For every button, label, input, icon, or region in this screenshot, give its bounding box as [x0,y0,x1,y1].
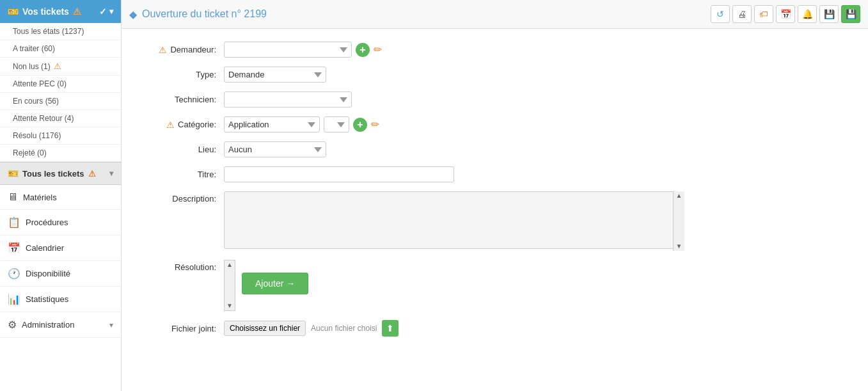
resolution-label: Résolution: [141,260,224,272]
categorie-select-sub[interactable] [324,116,349,132]
chevron-icon: ▾ [109,7,113,16]
ticket-title-icon: ◆ [129,8,137,20]
sidebar-item-administration[interactable]: ⚙ Administration ▾ [0,312,121,338]
sidebar-item-calendrier[interactable]: 📅 Calendrier [0,235,121,261]
toolbar: ◆ Ouverture du ticket n° 2199 ↺ 🖨 🏷 📅 🔔 … [122,0,868,29]
disponibilite-icon: 🕐 [8,267,20,280]
tous-tickets-chevron-icon: ▾ [109,169,113,178]
toolbar-actions: ↺ 🖨 🏷 📅 🔔 💾 💾 [711,5,860,23]
sidebar-item-rejete[interactable]: Rejeté (0) [0,145,121,162]
administration-icon: ⚙ [8,319,17,331]
demandeur-label: ⚠ Demandeur: [141,45,224,55]
technicien-controls [224,92,352,108]
description-label: Description: [141,191,224,203]
non-lus-warning-icon: ⚠ [54,61,61,71]
type-row: Type: Demande Incident Problème [141,67,849,83]
check-icon: ✓ [99,6,107,17]
technicien-row: Technicien: [141,92,849,108]
sidebar-item-attente-retour[interactable]: Attente Retour (4) [0,110,121,127]
back-button[interactable]: ↺ [711,5,730,23]
sidebar-vos-tickets-header[interactable]: 🎫 Vos tickets ⚠ ✓ ▾ [0,0,121,23]
ticket-header-icon: 🎫 [8,6,19,17]
type-label: Type: [141,70,224,79]
tag-button[interactable]: 🏷 [754,5,773,23]
technicien-select[interactable] [224,92,352,108]
type-select[interactable]: Demande Incident Problème [224,67,326,83]
sidebar-item-non-lus[interactable]: Non lus (1) ⚠ [0,58,121,76]
categorie-warning-icon: ⚠ [166,120,175,130]
fichier-joint-label: Fichier joint: [141,324,224,333]
scroll-down-btn[interactable]: ▼ [676,243,683,250]
lieu-label: Lieu: [141,145,224,154]
sidebar-sub-items: Tous les états (1237) A traiter (60) Non… [0,23,121,162]
sidebar-item-resolu[interactable]: Résolu (1176) [0,127,121,145]
categorie-edit-icon[interactable]: ✏ [371,118,379,131]
tous-tickets-warning-icon: ⚠ [88,169,96,179]
demandeur-select[interactable] [224,42,352,58]
demandeur-controls: + ✏ [224,42,382,58]
sidebar-item-tous-les-etats[interactable]: Tous les états (1237) [0,23,121,40]
sidebar-item-attente-pec[interactable]: Attente PEC (0) [0,76,121,93]
sidebar-header-label: Vos tickets [22,6,69,17]
demandeur-row: ⚠ Demandeur: + ✏ [141,42,849,58]
main-content: ◆ Ouverture du ticket n° 2199 ↺ 🖨 🏷 📅 🔔 … [122,0,868,391]
file-input-area: Choisissez un fichier Aucun fichier choi… [224,320,398,337]
print-button[interactable]: 🖨 [732,5,752,23]
save-button[interactable]: 💾 [819,5,839,23]
resolution-scrollbar-box: ▲ ▼ [224,260,235,311]
categorie-row: ⚠ Catégorie: Application + ✏ [141,116,849,132]
demandeur-add-button[interactable]: + [356,43,370,57]
procedures-icon: 📋 [8,216,20,228]
bell-button[interactable]: 🔔 [798,5,817,23]
sidebar-item-procedures[interactable]: 📋 Procédures [0,210,121,235]
titre-label: Titre: [141,170,224,179]
administration-chevron-icon: ▾ [109,321,113,330]
resolution-scroll-up-btn[interactable]: ▲ [226,262,233,268]
description-textarea[interactable] [224,191,684,249]
categorie-select-main[interactable]: Application [224,116,320,132]
description-scrollbar: ▲ ▼ [673,191,684,251]
ajouter-label: Ajouter → [255,278,295,289]
titre-row: Titre: [141,166,849,182]
form-area: ⚠ Demandeur: + ✏ Type: Demande Incident … [122,29,868,358]
file-upload-button[interactable]: ⬆ [382,320,398,337]
resolution-area: ▲ ▼ Ajouter → [224,260,308,311]
fichier-joint-row: Fichier joint: Choisissez un fichier Auc… [141,320,849,337]
lieu-controls: Aucun [224,141,326,157]
materiels-icon: 🖥 [8,191,18,203]
calendar-button[interactable]: 📅 [776,5,795,23]
sidebar-item-en-cours[interactable]: En cours (56) [0,93,121,110]
demandeur-warning-icon: ⚠ [159,45,167,55]
categorie-label: ⚠ Catégorie: [141,120,224,130]
titre-input[interactable] [224,166,454,182]
categorie-controls: Application + ✏ [224,116,379,132]
warning-icon: ⚠ [73,6,81,17]
file-choose-button[interactable]: Choisissez un fichier [224,321,306,336]
technicien-label: Technicien: [141,95,224,104]
sidebar: 🎫 Vos tickets ⚠ ✓ ▾ Tous les états (1237… [0,0,122,391]
description-row: Description: ▲ ▼ [141,191,849,251]
tous-tickets-icon: 🎫 [8,168,19,179]
lieu-row: Lieu: Aucun [141,141,849,157]
lieu-select[interactable]: Aucun [224,141,326,157]
statistiques-icon: 📊 [8,293,20,305]
resolution-row: Résolution: ▲ ▼ Ajouter → [141,260,849,311]
categorie-add-button[interactable]: + [353,118,367,132]
sidebar-tous-les-tickets[interactable]: 🎫 Tous les tickets ⚠ ▾ [0,162,121,185]
description-wrapper: ▲ ▼ [224,191,684,251]
sidebar-item-a-traiter[interactable]: A traiter (60) [0,40,121,58]
sidebar-item-statistiques[interactable]: 📊 Statistiques [0,287,121,312]
save-confirm-button[interactable]: 💾 [841,5,860,23]
demandeur-edit-icon[interactable]: ✏ [374,44,382,56]
page-title: Ouverture du ticket n° 2199 [142,8,267,20]
ajouter-button[interactable]: Ajouter → [242,273,308,294]
sidebar-item-materiels[interactable]: 🖥 Matériels [0,185,121,210]
type-controls: Demande Incident Problème [224,67,326,83]
sidebar-item-disponibilite[interactable]: 🕐 Disponibilité [0,261,121,287]
resolution-scroll-down-btn[interactable]: ▼ [226,303,233,309]
calendrier-icon: 📅 [8,242,20,254]
toolbar-title-area: ◆ Ouverture du ticket n° 2199 [129,8,267,20]
file-none-label: Aucun fichier choisi [311,324,377,333]
scroll-up-btn[interactable]: ▲ [676,193,683,199]
